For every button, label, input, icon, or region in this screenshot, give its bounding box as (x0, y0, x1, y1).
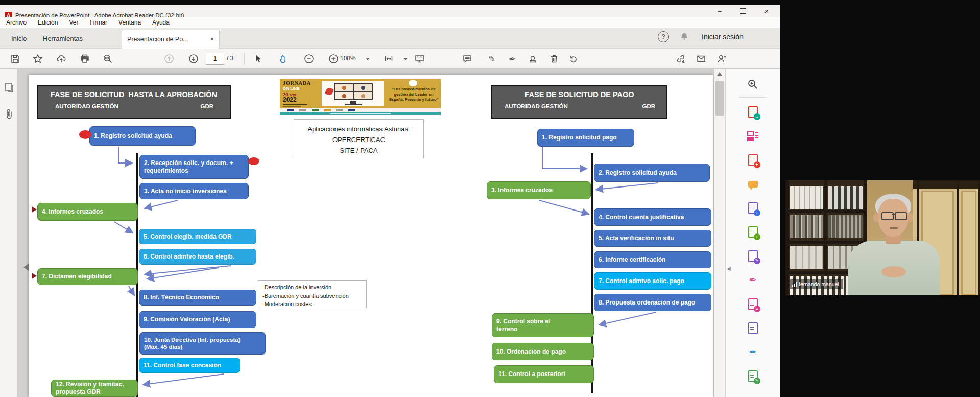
organize-pages-icon[interactable] (745, 128, 760, 144)
tab-close-icon[interactable]: × (210, 36, 214, 43)
scroll-up-icon[interactable] (717, 72, 722, 76)
jornada-banner-image: JORNADA ON LINE 29 sept 2022 "Los proced… (280, 79, 441, 115)
save-icon[interactable] (7, 50, 24, 67)
certificates-icon[interactable]: ✒ (745, 344, 760, 360)
zoom-out-icon[interactable] (300, 50, 318, 67)
redr-logo (409, 80, 417, 86)
prepare-form-icon[interactable]: ≡ (745, 296, 760, 312)
star-icon[interactable] (29, 50, 46, 67)
apps-line-2: OPERCERTICAC (294, 134, 423, 145)
flow-step: 1. Registro solicitud ayuda (89, 126, 196, 146)
flow-step: 11. Control a posteriori (494, 365, 594, 383)
print-icon[interactable] (76, 50, 93, 67)
zoom-in-icon[interactable] (325, 50, 342, 67)
flow-step: 3. Informes cruzados (487, 181, 591, 199)
attachments-icon[interactable] (5, 108, 14, 121)
minimize-button[interactable]: – (708, 5, 731, 17)
flow-step: 8. Propuesta ordenación de pago (594, 294, 711, 311)
link-icon[interactable] (672, 50, 689, 67)
menu-edicion[interactable]: Edición (38, 19, 58, 26)
combine-files-icon[interactable]: ↓ (745, 200, 760, 216)
maximize-button[interactable] (731, 5, 755, 17)
stamp-icon[interactable] (524, 50, 541, 67)
undo-icon[interactable] (565, 50, 582, 67)
tab-document[interactable]: Presentación de Po... × (122, 30, 220, 49)
close-icon: × (764, 7, 769, 15)
zoom-level-dropdown[interactable]: 100% (340, 55, 356, 62)
sign-in-button[interactable]: Iniciar sesión (702, 33, 744, 41)
panel-collapse-icon[interactable]: ◀ (727, 266, 731, 271)
comment-icon[interactable] (459, 50, 476, 67)
add-person-icon[interactable] (713, 50, 730, 67)
menu-ventana[interactable]: Ventana (118, 19, 141, 26)
scrollbar-thumb[interactable] (715, 81, 724, 116)
annotation-note: -Descripción de la inversión -Baremación… (258, 280, 367, 308)
minimize-icon: – (718, 7, 721, 15)
fit-caret-icon[interactable] (403, 58, 408, 60)
panel-divider (739, 97, 766, 98)
highlight-icon[interactable]: ✎ (483, 50, 500, 67)
flow-step: 6. Informe certificación (594, 251, 711, 268)
select-tool-icon[interactable] (249, 50, 267, 67)
menu-archivo[interactable]: Archivo (6, 19, 27, 26)
flow-step: 2. Recepción solic. y docum. + requerimi… (139, 155, 249, 179)
menu-bar: Archivo Edición Ver Firmar Ventana Ayuda (0, 17, 780, 28)
search-icon[interactable] (99, 50, 116, 67)
note-line: -Moderación costes (262, 300, 362, 309)
fountain-pen-glyph: ✒ (509, 54, 516, 64)
notifications-bell-icon[interactable] (679, 32, 689, 42)
vertical-scrollbar[interactable] (714, 69, 725, 397)
banner-title: JORNADA (283, 80, 311, 86)
flow-step: 10. Ordenación de pago (492, 343, 594, 360)
close-button[interactable]: × (755, 5, 778, 17)
left-chart-col-autoridad: AUTORIDAD GESTIÓN (55, 103, 118, 109)
fill-sign-icon[interactable]: ✒ (745, 272, 760, 288)
create-pdf-icon[interactable]: + (745, 152, 760, 168)
stamp-tool-icon[interactable] (745, 320, 760, 336)
page-number-input[interactable]: 1 (206, 53, 224, 65)
compress-pdf-icon[interactable]: ↕ (745, 224, 760, 240)
flow-step: 5. Control elegib. medida GDR (139, 229, 256, 244)
banner-smallprint (283, 104, 307, 105)
participant-name-label: fernando manuel (790, 279, 843, 289)
banner-sponsor-logos (280, 108, 441, 112)
hand-tool-icon[interactable] (275, 50, 292, 67)
zoom-caret-icon[interactable] (366, 58, 370, 60)
left-chart-header: FASE DE SOLICITUD HASTA LA APROBACIÓN AU… (37, 85, 231, 119)
toolbar-separator (244, 53, 245, 65)
page-down-icon[interactable] (185, 50, 202, 67)
title-bar: A Presentación de PowerPoint - Adobe Acr… (0, 5, 780, 17)
glasses (881, 212, 894, 220)
flow-step: 3. Acta no inicio inversiones (139, 183, 249, 199)
menu-ayuda[interactable]: Ayuda (152, 19, 170, 26)
tab-herramientas[interactable]: Herramientas (38, 28, 88, 49)
flow-step: 2. Registro solicitud ayuda (594, 164, 710, 182)
flow-step: 8. Inf. Técnico Económico (139, 290, 256, 306)
sign-pen-icon[interactable]: ✒ (504, 50, 521, 67)
search-tools-icon[interactable] (745, 77, 760, 92)
comment-tool-icon[interactable] (745, 176, 760, 192)
apps-info-box: Aplicaciones informáticas Asturias: OPER… (294, 119, 424, 158)
red-marker-dot (79, 130, 91, 139)
help-icon[interactable]: ? (658, 31, 669, 42)
prev-page-overlay-icon[interactable] (23, 263, 29, 271)
pen-glyph: ✒ (749, 346, 756, 358)
request-signatures-icon[interactable]: ✎ (745, 368, 760, 384)
presentation-mode-icon[interactable] (411, 50, 428, 67)
trash-icon[interactable] (545, 50, 563, 67)
email-icon[interactable] (692, 50, 710, 67)
tab-inicio[interactable]: Inicio (6, 28, 32, 49)
menu-ver[interactable]: Ver (69, 19, 78, 26)
export-pdf-icon[interactable]: → (745, 104, 760, 120)
flow-step: 7. Dictamen elegibilidad (37, 268, 138, 285)
right-chart-title: FASE DE SOLICITUD DE PAGO (492, 90, 666, 99)
page-up-icon[interactable] (160, 50, 178, 67)
share-cloud-icon[interactable] (53, 50, 70, 67)
menu-firmar[interactable]: Firmar (89, 19, 107, 26)
page-thumbnails-icon[interactable] (4, 82, 14, 94)
fit-width-icon[interactable] (380, 50, 397, 67)
edit-pdf-icon[interactable]: ✎ (745, 248, 760, 264)
red-marker-dot (248, 157, 259, 165)
flow-step: 10. Junta Directiva (Inf. propuesta) (Má… (139, 332, 266, 355)
banner-videocall-illustration (322, 81, 384, 106)
